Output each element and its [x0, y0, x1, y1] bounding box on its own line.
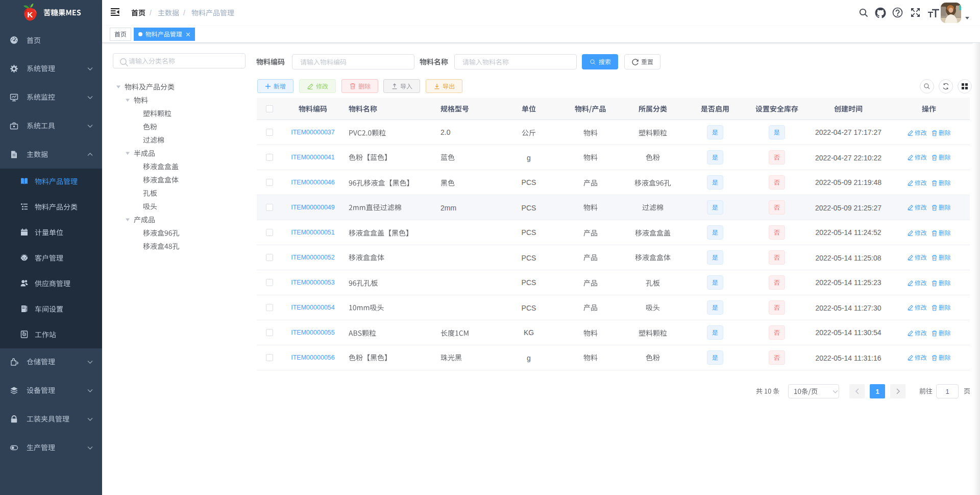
svg-text:K: K	[28, 10, 33, 19]
